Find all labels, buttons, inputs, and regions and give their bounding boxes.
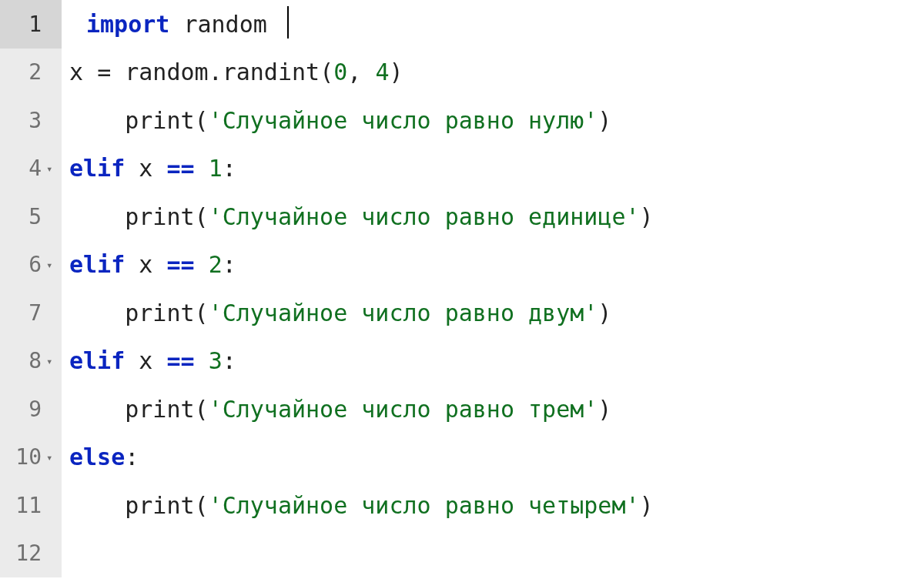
code-content[interactable]: elif x == 3: <box>62 337 924 386</box>
code-content[interactable] <box>62 530 924 578</box>
token-pun: : <box>223 347 236 374</box>
code-content[interactable]: elif x == 1: <box>62 145 924 193</box>
token-pun: ( <box>320 59 333 85</box>
token-kw: import <box>86 11 169 38</box>
token-pun: ) <box>389 59 403 85</box>
token-num: 0 <box>333 59 347 85</box>
token-id <box>195 251 209 278</box>
code-line[interactable]: 7 print('Случайное число равно двум') <box>0 289 924 337</box>
fold-toggle-icon[interactable]: ▾ <box>46 355 55 367</box>
token-id: x <box>125 347 166 374</box>
line-number-gutter[interactable]: 4▾ <box>0 145 62 193</box>
fold-toggle-icon[interactable]: ▾ <box>46 259 55 271</box>
token-id: random <box>111 59 208 85</box>
code-content[interactable]: x = random.randint(0, 4) <box>62 49 924 97</box>
line-number-gutter[interactable]: 9 <box>0 385 62 433</box>
token-op: == <box>166 155 194 182</box>
token-str: 'Случайное число равно единице' <box>209 203 640 230</box>
token-str: 'Случайное число равно трем' <box>209 396 598 423</box>
line-number: 7 <box>28 300 42 326</box>
token-str: 'Случайное число равно нулю' <box>209 107 598 134</box>
token-fn: print <box>125 203 194 230</box>
token-pun: ( <box>195 203 209 230</box>
line-number-gutter[interactable]: 5 <box>0 192 62 241</box>
token-id <box>69 203 125 230</box>
code-line[interactable]: 6▾elif x == 2: <box>0 241 924 290</box>
token-pun: ( <box>195 107 209 134</box>
line-number-gutter[interactable]: 12 <box>0 530 62 578</box>
token-pun: ) <box>598 300 611 326</box>
code-line[interactable]: 3 print('Случайное число равно нулю') <box>0 96 924 145</box>
line-number-gutter[interactable]: 6▾ <box>0 241 62 290</box>
token-op: == <box>166 347 194 374</box>
token-id: x <box>125 251 166 278</box>
code-content[interactable]: import random <box>62 0 924 49</box>
code-line[interactable]: 9 print('Случайное число равно трем') <box>0 385 924 433</box>
code-line[interactable]: 1import random <box>0 0 924 49</box>
line-number: 2 <box>28 59 42 85</box>
token-pun: : <box>125 443 139 470</box>
token-id <box>69 107 125 134</box>
token-id <box>195 155 209 182</box>
token-fn: randint <box>223 59 320 85</box>
code-content[interactable]: print('Случайное число равно четырем') <box>62 481 924 530</box>
line-number-gutter[interactable]: 10▾ <box>0 433 62 482</box>
token-pun: : <box>223 155 236 182</box>
line-number: 3 <box>28 108 42 133</box>
token-fn: print <box>125 492 194 519</box>
line-number: 12 <box>15 541 42 566</box>
line-number: 11 <box>15 493 42 518</box>
line-number-gutter[interactable]: 7 <box>0 289 62 337</box>
token-pun: ) <box>640 203 654 230</box>
token-kw: elif <box>69 155 125 182</box>
line-number: 9 <box>28 397 42 422</box>
code-line[interactable]: 2x = random.randint(0, 4) <box>0 49 924 97</box>
token-num: 4 <box>375 59 389 85</box>
code-content[interactable]: print('Случайное число равно трем') <box>62 385 924 433</box>
fold-toggle-icon[interactable]: ▾ <box>46 162 55 175</box>
code-content[interactable]: elif x == 2: <box>62 241 924 290</box>
line-number: 6 <box>28 252 42 277</box>
token-pun: ( <box>195 396 209 423</box>
line-number: 4 <box>28 156 42 181</box>
token-str: 'Случайное число равно четырем' <box>209 492 640 519</box>
token-str: 'Случайное число равно двум' <box>209 300 598 326</box>
code-line[interactable]: 5 print('Случайное число равно единице') <box>0 192 924 241</box>
line-number-gutter[interactable]: 2 <box>0 49 62 97</box>
code-line[interactable]: 12 <box>0 530 924 578</box>
token-plainop: = <box>97 59 111 85</box>
token-id <box>69 396 125 423</box>
token-pun: : <box>223 251 236 278</box>
token-kw: elif <box>69 347 125 374</box>
token-id <box>69 300 125 326</box>
line-number: 10 <box>15 444 42 470</box>
fold-toggle-icon[interactable]: ▾ <box>46 451 55 464</box>
token-id: random <box>169 11 281 38</box>
token-id: x <box>69 59 97 85</box>
code-editor[interactable]: 1import random 2x = random.randint(0, 4)… <box>0 0 924 579</box>
line-number-gutter[interactable]: 11 <box>0 481 62 530</box>
line-number-gutter[interactable]: 1 <box>0 0 62 49</box>
code-line[interactable]: 4▾elif x == 1: <box>0 145 924 193</box>
token-id <box>69 492 125 519</box>
token-op: == <box>166 251 194 278</box>
token-id <box>361 59 375 85</box>
code-content[interactable]: print('Случайное число равно единице') <box>62 192 924 241</box>
token-pun: . <box>209 59 223 85</box>
code-content[interactable]: print('Случайное число равно двум') <box>62 289 924 337</box>
token-pun: , <box>347 59 361 85</box>
token-num: 1 <box>209 155 223 182</box>
line-number-gutter[interactable]: 3 <box>0 96 62 145</box>
line-number-gutter[interactable]: 8▾ <box>0 337 62 386</box>
text-cursor <box>287 6 290 38</box>
token-kw: elif <box>69 251 125 278</box>
token-fn: print <box>125 107 194 134</box>
code-content[interactable]: print('Случайное число равно нулю') <box>62 96 924 145</box>
code-line[interactable]: 11 print('Случайное число равно четырем'… <box>0 481 924 530</box>
token-id: x <box>125 155 166 182</box>
code-line[interactable]: 10▾else: <box>0 433 924 482</box>
code-content[interactable]: else: <box>62 433 924 482</box>
line-number: 1 <box>28 12 42 37</box>
token-pun: ( <box>195 492 209 519</box>
code-line[interactable]: 8▾elif x == 3: <box>0 337 924 386</box>
